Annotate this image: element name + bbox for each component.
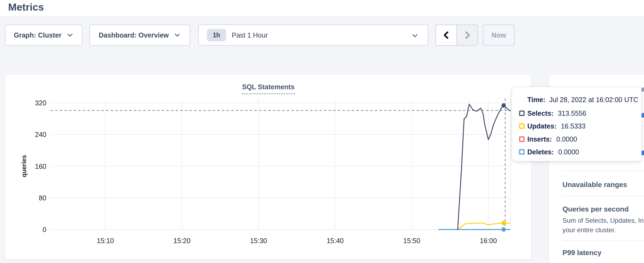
tooltip-series-value: 0.0000: [556, 135, 577, 143]
x-tick-label: 15:10: [86, 236, 124, 245]
tooltip-row: Inserts:0.0000: [519, 135, 577, 143]
series-legend-square-icon: [519, 123, 525, 129]
chevron-down-icon: [411, 32, 419, 39]
chevron-right-icon: [463, 30, 472, 40]
time-range-selector[interactable]: 1h Past 1 Hour: [198, 25, 428, 46]
next-time-button-disabled[interactable]: [457, 25, 477, 45]
sidebar-item-title: P99 latency: [562, 248, 644, 257]
chevron-down-icon: [67, 32, 74, 39]
x-tick-label: 15:20: [163, 236, 201, 245]
sidebar-item-title: Unavailable ranges: [562, 180, 644, 189]
y-tick-label: 240: [16, 130, 46, 139]
time-range-label: Past 1 Hour: [232, 31, 268, 39]
tooltip-series-label: Updates:: [527, 122, 556, 130]
previous-time-button[interactable]: [436, 25, 457, 45]
sidebar-description-line: Sum of Selects, Updates, Inser: [562, 216, 644, 225]
y-tick-label: 0: [16, 225, 46, 234]
sidebar-item: Unavailable ranges: [562, 171, 644, 196]
time-range-badge: 1h: [207, 29, 226, 41]
dashboard-selector-dropdown[interactable]: Dashboard: Overview: [89, 25, 190, 46]
sidebar-item-description: Sum of Selects, Updates, Inseryour entir…: [562, 216, 644, 235]
tooltip-series-label: Inserts:: [527, 135, 552, 143]
series-legend-square-icon: [519, 149, 525, 155]
page-title: Metrics: [8, 2, 44, 13]
time-step-buttons: [435, 25, 478, 46]
now-button-label: Now: [492, 31, 506, 39]
x-tick-label: 15:50: [393, 236, 431, 245]
y-tick-label: 80: [16, 194, 46, 202]
tooltip-series-value: 16.5333: [561, 122, 585, 130]
sidebar-item-title: Queries per second: [562, 204, 644, 214]
chart-title[interactable]: SQL Statements: [242, 83, 295, 94]
dashboard-selector-label: Dashboard: Overview: [99, 31, 169, 39]
clipped-blue-fragment: [642, 113, 644, 118]
tooltip-time-row: Time:Jul 28, 2022 at 16:02:00 UTC: [527, 96, 638, 104]
tooltip-row: Selects:313.5556: [519, 109, 586, 118]
series-legend-square-icon: [519, 136, 525, 142]
tooltip-series-value: 0.0000: [558, 148, 579, 156]
tooltip-time-label: Time:: [527, 96, 545, 103]
x-tick-label: 16:00: [469, 236, 507, 245]
now-button[interactable]: Now: [483, 25, 515, 46]
sidebar-item: P99 latency: [562, 241, 644, 263]
tooltip-row: Updates:16.5333: [519, 122, 585, 130]
tooltip-row: Deletes:0.0000: [519, 148, 579, 156]
y-tick-label: 320: [16, 99, 46, 107]
sidebar-description-line: your entire cluster.: [562, 225, 644, 235]
tooltip-time-value: Jul 28, 2022 at 16:02:00 UTC: [549, 96, 638, 103]
sidebar-item: Queries per secondSum of Selects, Update…: [562, 197, 644, 240]
chevron-left-icon: [442, 30, 451, 40]
y-tick-label: 160: [16, 162, 46, 171]
page-header-band: [0, 0, 644, 16]
graph-selector-dropdown[interactable]: Graph: Cluster: [5, 25, 82, 46]
clipped-text-fragment: a: [641, 85, 644, 93]
tooltip-series-label: Deletes:: [527, 148, 554, 156]
sql-statements-chart-card[interactable]: [5, 74, 532, 259]
series-legend-square-icon: [519, 111, 525, 116]
tooltip-series-value: 313.5556: [558, 109, 586, 117]
clipped-blue-fragment: [642, 151, 644, 155]
chevron-down-icon: [174, 32, 181, 39]
tooltip-series-label: Selects:: [527, 109, 553, 117]
x-tick-label: 15:30: [239, 236, 278, 245]
x-tick-label: 15:40: [316, 236, 354, 245]
graph-selector-label: Graph: Cluster: [14, 31, 61, 39]
